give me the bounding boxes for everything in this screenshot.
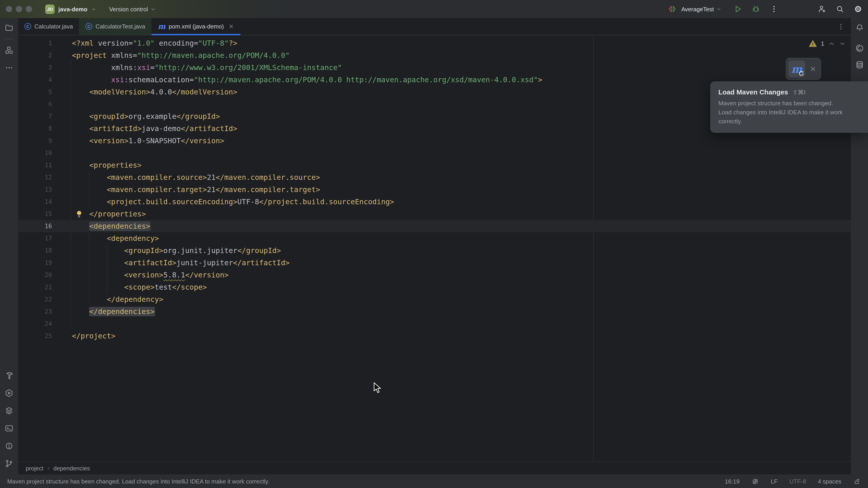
breadcrumb-item-dependencies[interactable]: dependencies xyxy=(53,465,90,471)
line-number[interactable]: 15 xyxy=(18,208,52,220)
run-configuration-selector[interactable]: AverageTest xyxy=(681,6,721,12)
maven-reload-button[interactable]: m xyxy=(788,61,805,77)
close-icon[interactable] xyxy=(809,66,816,72)
line-number[interactable]: 25 xyxy=(18,330,52,342)
code-line[interactable]: 3 xmlns:xsi="http://www.w3.org/2001/XMLS… xyxy=(18,61,851,74)
window-minimize-button[interactable] xyxy=(16,6,22,12)
window-close-button[interactable] xyxy=(6,6,12,12)
cursor-position[interactable]: 16:19 xyxy=(725,478,740,485)
code-line[interactable]: 10 xyxy=(18,147,851,159)
code-line[interactable]: 12 <maven.compiler.source>21</maven.comp… xyxy=(18,171,851,184)
settings-gear-icon[interactable] xyxy=(854,4,863,13)
tab-pom-xml[interactable]: m pom.xml (java-demo) xyxy=(151,18,241,35)
line-number[interactable]: 22 xyxy=(18,293,52,305)
pointer-cursor xyxy=(373,382,382,394)
line-number[interactable]: 8 xyxy=(18,123,52,135)
inspections-widget[interactable]: 1 xyxy=(809,40,846,47)
code-line[interactable]: 16 <dependencies> xyxy=(18,220,851,232)
code-line[interactable]: 24 xyxy=(18,318,851,330)
code-line[interactable]: 17 <dependency> xyxy=(18,232,851,245)
breadcrumb-item-project[interactable]: project xyxy=(26,465,43,471)
maven-file-icon: m xyxy=(158,23,165,30)
status-message[interactable]: Maven project structure has been changed… xyxy=(7,478,270,485)
database-icon[interactable] xyxy=(855,60,864,70)
debug-button[interactable] xyxy=(751,4,761,13)
run-button[interactable] xyxy=(733,4,742,13)
indent-selector[interactable]: 4 spaces xyxy=(818,478,841,485)
chevron-up-icon[interactable] xyxy=(828,40,835,47)
intention-bulb-icon[interactable] xyxy=(75,210,83,218)
tab-calculatortest-java[interactable]: C CalculatorTest.java xyxy=(79,18,152,35)
search-icon[interactable] xyxy=(835,4,844,13)
code-text: </dependency> xyxy=(52,293,163,305)
line-number[interactable]: 7 xyxy=(18,110,52,123)
code-line[interactable]: 21 <scope>test</scope> xyxy=(18,281,851,293)
more-icon[interactable] xyxy=(4,63,13,72)
code-line[interactable]: 22 </dependency> xyxy=(18,293,851,305)
build-hammer-icon[interactable] xyxy=(4,371,13,380)
unlock-icon[interactable] xyxy=(853,477,861,485)
line-number[interactable]: 2 xyxy=(18,49,52,61)
code-text: <version>1.0-SNAPSHOT</version> xyxy=(52,135,224,147)
line-number[interactable]: 1 xyxy=(18,37,52,49)
chevron-down-icon[interactable] xyxy=(839,40,846,47)
ai-disabled-icon[interactable] xyxy=(751,477,759,485)
line-number[interactable]: 24 xyxy=(18,318,52,330)
code-line[interactable]: 19 <artifactId>junit-jupiter</artifactId… xyxy=(18,257,851,269)
editor-tabbar: C Calculator.java C CalculatorTest.java … xyxy=(18,18,851,35)
project-widget[interactable]: JD java-demo xyxy=(45,4,97,14)
line-number[interactable]: 10 xyxy=(18,147,52,159)
code-line[interactable]: 25</project> xyxy=(18,330,851,342)
line-number[interactable]: 19 xyxy=(18,257,52,269)
line-number[interactable]: 23 xyxy=(18,305,52,318)
code-line[interactable]: 14 <project.build.sourceEncoding>UTF-8</… xyxy=(18,196,851,208)
line-number[interactable]: 11 xyxy=(18,159,52,171)
kebab-icon[interactable] xyxy=(837,22,845,31)
close-icon[interactable] xyxy=(228,24,234,29)
code-line[interactable]: 9 <version>1.0-SNAPSHOT</version> xyxy=(18,135,851,147)
code-line[interactable]: 2<project xmlns="http://maven.apache.org… xyxy=(18,49,851,61)
structure-icon[interactable] xyxy=(4,46,13,55)
encoding-selector[interactable]: UTF-8 xyxy=(789,478,806,485)
folder-icon[interactable] xyxy=(4,23,13,32)
code-line[interactable]: 1<?xml version="1.0" encoding="UTF-8"?> xyxy=(18,37,851,49)
line-number[interactable]: 14 xyxy=(18,196,52,208)
line-number[interactable]: 16 xyxy=(18,220,52,232)
line-number[interactable]: 21 xyxy=(18,281,52,293)
window-zoom-button[interactable] xyxy=(26,6,32,12)
add-user-icon[interactable] xyxy=(817,4,827,13)
line-ending-selector[interactable]: LF xyxy=(771,478,778,485)
tab-label: CalculatorTest.java xyxy=(96,23,145,30)
line-number[interactable]: 5 xyxy=(18,86,52,98)
code-line[interactable]: 20 <version>5.8.1</version> xyxy=(18,269,851,281)
line-number[interactable]: 18 xyxy=(18,245,52,257)
line-number[interactable]: 17 xyxy=(18,232,52,245)
line-number[interactable]: 4 xyxy=(18,74,52,86)
code-line[interactable]: 18 <groupId>org.junit.jupiter</groupId> xyxy=(18,245,851,257)
titlebar-actions: AverageTest xyxy=(668,4,868,13)
line-number[interactable]: 9 xyxy=(18,135,52,147)
git-branch-icon[interactable] xyxy=(4,459,13,468)
line-number[interactable]: 12 xyxy=(18,171,52,184)
line-number[interactable]: 3 xyxy=(18,61,52,74)
run-configuration-name: AverageTest xyxy=(681,6,714,12)
problems-icon[interactable] xyxy=(4,442,13,451)
chevron-down-icon xyxy=(150,6,156,12)
tab-calculator-java[interactable]: C Calculator.java xyxy=(18,18,79,35)
window-controls[interactable] xyxy=(0,6,32,12)
ai-assistant-icon[interactable] xyxy=(855,43,864,53)
code-line[interactable]: 11 <properties> xyxy=(18,159,851,171)
layers-icon[interactable] xyxy=(4,406,13,415)
code-line[interactable]: 15 </properties> xyxy=(18,208,851,220)
vcs-menu[interactable]: Version control xyxy=(109,6,156,12)
line-number[interactable]: 6 xyxy=(18,98,52,110)
line-number[interactable]: 20 xyxy=(18,269,52,281)
services-icon[interactable] xyxy=(4,389,13,398)
line-number[interactable]: 13 xyxy=(18,184,52,196)
load-maven-changes-popup[interactable]: Load Maven Changes ⇧⌘I Maven project str… xyxy=(710,81,868,133)
code-line[interactable]: 13 <maven.compiler.target>21</maven.comp… xyxy=(18,184,851,196)
code-line[interactable]: 23 </dependencies> xyxy=(18,305,851,318)
terminal-icon[interactable] xyxy=(4,424,13,433)
kebab-icon[interactable] xyxy=(770,4,778,13)
bell-icon[interactable] xyxy=(855,23,864,33)
